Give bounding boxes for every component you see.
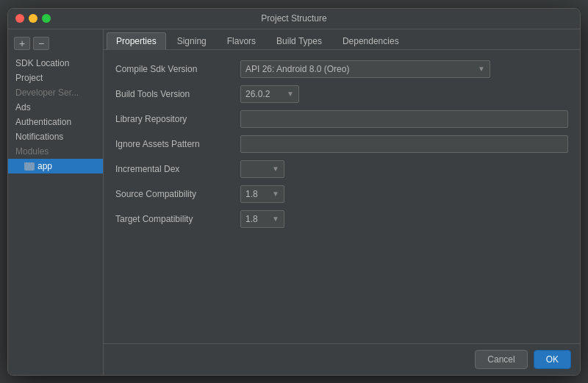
incremental-dex-control: ▼	[240, 160, 568, 178]
source-compatibility-label: Source Compatibility	[115, 189, 240, 199]
target-compatibility-control: 1.8 ▼	[240, 210, 568, 228]
ignore-assets-pattern-row: Ignore Assets Pattern	[115, 135, 568, 153]
folder-icon	[24, 162, 35, 171]
dropdown-arrow-icon: ▼	[272, 165, 279, 173]
sidebar-item-sdk-location[interactable]: SDK Location	[8, 56, 103, 71]
project-structure-window: Project Structure + − SDK Location Proje…	[7, 8, 581, 376]
properties-panel: Compile Sdk Version API 26: Android 8.0 …	[104, 50, 580, 343]
sidebar-modules-section: Modules	[8, 144, 103, 159]
tab-build-types[interactable]: Build Types	[267, 32, 331, 49]
remove-module-button[interactable]: −	[33, 37, 49, 50]
dropdown-arrow-icon: ▼	[287, 90, 294, 98]
library-repository-control	[240, 110, 568, 128]
add-module-button[interactable]: +	[14, 37, 30, 50]
source-compatibility-dropdown[interactable]: 1.8 ▼	[240, 185, 284, 203]
build-tools-version-control: 26.0.2 ▼	[240, 85, 568, 103]
main-layout: + − SDK Location Project Developer Ser..…	[8, 29, 580, 375]
ignore-assets-pattern-control	[240, 135, 568, 153]
sidebar-item-ads[interactable]: Ads	[8, 100, 103, 115]
source-compatibility-row: Source Compatibility 1.8 ▼	[115, 185, 568, 203]
dropdown-arrow-icon: ▼	[272, 190, 279, 198]
tab-properties[interactable]: Properties	[107, 32, 166, 50]
library-repository-input[interactable]	[240, 110, 568, 128]
source-compatibility-control: 1.8 ▼	[240, 185, 568, 203]
library-repository-label: Library Repository	[115, 114, 240, 124]
sidebar-item-notifications[interactable]: Notifications	[8, 129, 103, 144]
sidebar-item-authentication[interactable]: Authentication	[8, 115, 103, 129]
compile-sdk-version-dropdown[interactable]: API 26: Android 8.0 (Oreo) ▼	[240, 60, 490, 78]
tab-signing[interactable]: Signing	[168, 32, 216, 49]
content-area: Properties Signing Flavors Build Types D…	[104, 29, 580, 375]
sidebar-item-app[interactable]: app	[8, 159, 103, 173]
minimize-button[interactable]	[29, 14, 37, 23]
tabs-bar: Properties Signing Flavors Build Types D…	[104, 29, 580, 50]
build-tools-version-label: Build Tools Version	[115, 89, 240, 99]
sidebar: + − SDK Location Project Developer Ser..…	[8, 29, 104, 375]
build-tools-version-row: Build Tools Version 26.0.2 ▼	[115, 85, 568, 103]
footer: Cancel OK	[104, 343, 580, 375]
library-repository-row: Library Repository	[115, 110, 568, 128]
maximize-button[interactable]	[42, 14, 51, 23]
compile-sdk-version-label: Compile Sdk Version	[115, 64, 240, 74]
sidebar-item-project[interactable]: Project	[8, 71, 103, 85]
sidebar-item-developer-services[interactable]: Developer Ser...	[8, 85, 103, 100]
compile-sdk-version-row: Compile Sdk Version API 26: Android 8.0 …	[115, 60, 568, 78]
sidebar-toolbar: + −	[8, 34, 103, 56]
ignore-assets-pattern-label: Ignore Assets Pattern	[115, 139, 240, 149]
ignore-assets-pattern-input[interactable]	[240, 135, 568, 153]
incremental-dex-row: Incremental Dex ▼	[115, 160, 568, 178]
title-bar: Project Structure	[8, 9, 580, 29]
dropdown-arrow-icon: ▼	[478, 65, 485, 73]
target-compatibility-dropdown[interactable]: 1.8 ▼	[240, 210, 284, 228]
incremental-dex-label: Incremental Dex	[115, 164, 240, 174]
close-button[interactable]	[15, 14, 24, 23]
target-compatibility-label: Target Compatibility	[115, 214, 240, 224]
incremental-dex-dropdown[interactable]: ▼	[240, 160, 284, 178]
build-tools-version-dropdown[interactable]: 26.0.2 ▼	[240, 85, 299, 103]
compile-sdk-version-control: API 26: Android 8.0 (Oreo) ▼	[240, 60, 568, 78]
cancel-button[interactable]: Cancel	[475, 350, 527, 369]
window-title: Project Structure	[261, 13, 326, 24]
dropdown-arrow-icon: ▼	[272, 215, 279, 223]
ok-button[interactable]: OK	[534, 350, 571, 369]
tab-dependencies[interactable]: Dependencies	[333, 32, 409, 49]
target-compatibility-row: Target Compatibility 1.8 ▼	[115, 210, 568, 228]
tab-flavors[interactable]: Flavors	[218, 32, 265, 49]
window-controls	[15, 14, 51, 23]
